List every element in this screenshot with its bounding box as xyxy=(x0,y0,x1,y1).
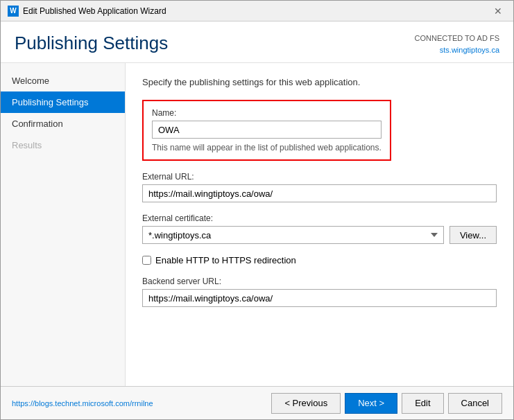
header-area: Publishing Settings CONNECTED TO AD FS s… xyxy=(1,21,513,63)
backend-url-label: Backend server URL: xyxy=(142,277,497,286)
http-redirect-row: Enable HTTP to HTTPS redirection xyxy=(142,255,497,265)
view-button[interactable]: View... xyxy=(449,226,497,244)
external-url-input[interactable] xyxy=(142,184,497,202)
previous-button[interactable]: < Previous xyxy=(271,393,341,414)
http-redirect-checkbox[interactable] xyxy=(142,256,151,265)
sidebar-item-welcome[interactable]: Welcome xyxy=(1,70,125,91)
title-bar-left: W Edit Published Web Application Wizard xyxy=(8,6,166,17)
external-url-label: External URL: xyxy=(142,172,497,182)
backend-url-input[interactable] xyxy=(142,289,497,307)
main-content: Specify the publishing settings for this… xyxy=(126,63,513,386)
external-url-group: External URL: xyxy=(142,172,497,202)
server-name: sts.wingtiptoys.ca xyxy=(415,44,499,56)
close-button[interactable]: ✕ xyxy=(490,4,506,18)
external-cert-label: External certificate: xyxy=(142,213,497,223)
external-cert-group: External certificate: *.wingtiptoys.ca V… xyxy=(142,213,497,244)
connected-label: CONNECTED TO AD FS xyxy=(415,33,499,44)
backend-url-group: Backend server URL: xyxy=(142,277,497,307)
instruction-text: Specify the publishing settings for this… xyxy=(142,77,497,87)
window-icon: W xyxy=(8,6,19,17)
name-highlighted-box: Name: This name will appear in the list … xyxy=(142,100,391,161)
cert-select[interactable]: *.wingtiptoys.ca xyxy=(142,226,444,244)
name-input[interactable] xyxy=(152,121,382,139)
footer: https://blogs.technet.microsoft.com/rrni… xyxy=(1,386,513,419)
sidebar-item-results: Results xyxy=(1,134,125,156)
cert-row: *.wingtiptoys.ca View... xyxy=(142,226,497,244)
main-window: W Edit Published Web Application Wizard … xyxy=(0,0,514,420)
connection-info: CONNECTED TO AD FS sts.wingtiptoys.ca xyxy=(415,33,499,55)
cancel-button[interactable]: Cancel xyxy=(448,393,502,414)
window-title: Edit Published Web Application Wizard xyxy=(23,6,166,16)
sidebar-item-confirmation[interactable]: Confirmation xyxy=(1,113,125,134)
page-title: Publishing Settings xyxy=(15,33,168,54)
footer-link[interactable]: https://blogs.technet.microsoft.com/rrni… xyxy=(12,399,267,408)
http-redirect-label[interactable]: Enable HTTP to HTTPS redirection xyxy=(155,255,296,265)
title-bar: W Edit Published Web Application Wizard … xyxy=(1,1,513,21)
edit-button[interactable]: Edit xyxy=(402,393,443,414)
sidebar: Welcome Publishing Settings Confirmation… xyxy=(1,63,126,386)
content-area: Welcome Publishing Settings Confirmation… xyxy=(1,63,513,386)
next-button[interactable]: Next > xyxy=(345,393,397,414)
name-label: Name: xyxy=(152,108,382,118)
sidebar-item-publishing-settings[interactable]: Publishing Settings xyxy=(1,91,125,113)
name-hint: This name will appear in the list of pub… xyxy=(152,143,382,152)
